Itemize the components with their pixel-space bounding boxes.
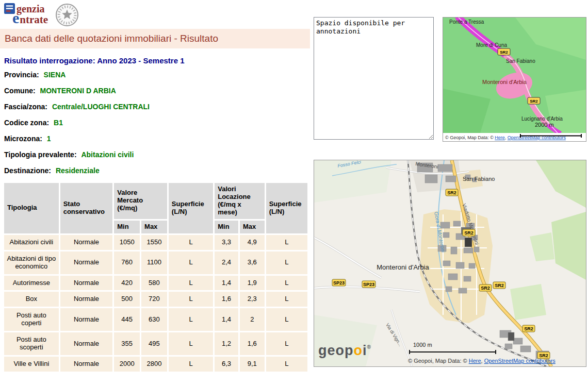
detail-map-canvas: Fosso Felci Monteroni San Fabiano Viadot… [314, 160, 586, 366]
cell-superficie-1: L [169, 251, 213, 274]
cell-vm-max: 630 [141, 308, 167, 331]
cell-vm-min: 760 [114, 251, 140, 274]
field-tipologia-prevalente: Tipologia prevalente: Abitazioni civili [4, 147, 310, 163]
left-panel: genzia e ntrate Banca dati delle quotazi… [0, 0, 310, 373]
cell-superficie-2: L [266, 332, 307, 355]
route-badge-sr2: SR2 [446, 189, 458, 196]
cell-tipologia: Posti auto coperti [4, 308, 59, 331]
detail-map: Fosso Felci Monteroni San Fabiano Viadot… [314, 160, 586, 367]
col-header-superficie-2: Superficie (L/N) [266, 183, 307, 233]
cell-vl-min: 6,3 [215, 357, 238, 372]
field-value: Abitazioni civili [81, 150, 134, 159]
col-header-superficie-1: Superficie (L/N) [169, 183, 213, 233]
col-header-stato: Stato conservativo [60, 183, 113, 233]
cell-vl-min: 1,4 [215, 308, 238, 331]
cell-superficie-2: L [266, 251, 307, 274]
field-label: Microzona: [4, 135, 42, 143]
field-value: MONTERONI D ARBIA [40, 87, 116, 95]
table-row: Posti auto scoperti Normale 355 495 L 1,… [4, 332, 307, 355]
cell-tipologia: Ville e Villini [4, 357, 59, 372]
route-badge-sr2: SR2 [528, 97, 540, 104]
field-label: Codice zona: [4, 119, 49, 127]
table-row: Box Normale 500 720 L 1,6 2,3 L [4, 292, 307, 307]
svg-text:SR2: SR2 [464, 230, 473, 236]
cell-vl-max: 2,3 [240, 292, 265, 307]
logo-text-line2: ntrate [20, 14, 48, 25]
map-label-ponte-a-tressa: Ponte a Tressa [449, 19, 484, 25]
route-badge-sp23: SP23 [332, 279, 346, 286]
cell-superficie-1: L [169, 235, 213, 250]
cell-vm-min: 420 [114, 276, 140, 291]
cell-vm-min: 2000 [114, 357, 140, 372]
col-header-vm-max: Max [141, 221, 167, 233]
cell-stato: Normale [60, 251, 113, 274]
cell-vm-max: 720 [141, 292, 167, 307]
cell-vl-max: 3,6 [240, 251, 265, 274]
osm-link[interactable]: OpenStreetMap contributors [484, 358, 556, 364]
cell-vl-min: 1,6 [215, 292, 238, 307]
result-fields: Provincia: SIENA Comune: MONTERONI D ARB… [0, 67, 310, 179]
field-label: Tipologia prevalente: [4, 150, 77, 159]
agenzia-entrate-logo: genzia e ntrate [0, 0, 310, 29]
route-badge-sr2: SR2 [493, 282, 505, 289]
col-header-tipologia: Tipologia [4, 183, 59, 233]
cell-vl-min: 1,4 [215, 276, 238, 291]
svg-text:SP23: SP23 [333, 280, 345, 286]
cell-superficie-1: L [169, 308, 213, 331]
cell-vm-min: 355 [114, 332, 140, 355]
field-fascia-zona: Fascia/zona: Centrale/LUOGHI CENTRALI [4, 99, 310, 115]
map-label-san-fabiano: San Fabiano [506, 58, 535, 64]
route-badge-sr2: SR2 [479, 284, 492, 291]
col-header-vl-max: Max [240, 221, 265, 233]
field-value: 1 [47, 135, 51, 143]
cell-superficie-1: L [169, 292, 213, 307]
svg-text:SP23: SP23 [363, 282, 374, 287]
cell-vl-min: 2,4 [215, 251, 238, 274]
geopoi-logo: geopoi® [318, 343, 371, 358]
table-row: Abitazioni civili Normale 1050 1550 L 3,… [4, 235, 307, 250]
cell-stato: Normale [60, 308, 113, 331]
cell-vm-max: 1550 [141, 235, 167, 250]
cell-vl-max: 1,9 [240, 276, 265, 291]
cell-superficie-2: L [266, 292, 307, 307]
field-value: Centrale/LUOGHI CENTRALI [52, 103, 150, 111]
field-microzona: Microzona: 1 [4, 131, 310, 147]
map-label-lucignano-darbia: Lucignano d'Arbia [521, 116, 563, 122]
cell-superficie-2: L [266, 235, 307, 250]
overview-map-canvas: Ponte a Tressa More di Cuna San Fabiano … [443, 18, 586, 141]
col-header-valori-locazione: Valori Locazione (€/mq x mese) [215, 183, 264, 219]
map-label-san-fabiano: San Fabiano [463, 176, 495, 182]
cell-vm-min: 445 [114, 308, 140, 331]
field-destinazione: Destinazione: Residenziale [4, 163, 310, 179]
cell-superficie-1: L [169, 357, 213, 372]
svg-text:SR2: SR2 [524, 326, 533, 331]
page: genzia e ntrate Banca dati delle quotazi… [0, 0, 588, 386]
table-row: Autorimesse Normale 420 580 L 1,4 1,9 L [4, 276, 307, 291]
field-value: SIENA [44, 71, 66, 79]
field-label: Destinazione: [4, 166, 51, 175]
cell-vl-min: 3,3 [215, 235, 238, 250]
cell-tipologia: Box [4, 292, 59, 307]
overview-map: Ponte a Tressa More di Cuna San Fabiano … [443, 17, 586, 142]
annotations-textarea[interactable]: Spazio disponibile per annotazioni [314, 17, 434, 140]
cell-superficie-2: L [266, 276, 307, 291]
cell-stato: Normale [60, 276, 113, 291]
page-title: Banca dati delle quotazioni immobiliari … [0, 29, 310, 48]
svg-text:SR2: SR2 [481, 286, 490, 291]
field-codice-zona: Codice zona: B1 [4, 115, 310, 131]
here-link[interactable]: Here [469, 358, 481, 364]
cell-vm-min: 1050 [114, 235, 140, 250]
logo-wordmark: genzia e ntrate [4, 3, 48, 25]
cell-superficie-2: L [266, 357, 307, 372]
cell-superficie-2: L [266, 308, 307, 331]
map-label-monteroni-darbia: Monteroni d'Arbia [377, 263, 429, 271]
cell-vm-max: 580 [141, 276, 167, 291]
svg-text:SR2: SR2 [495, 283, 504, 288]
cell-vm-max: 2800 [141, 357, 167, 372]
here-link[interactable]: Here [495, 135, 505, 140]
table-row: Ville e Villini Normale 2000 2800 L 6,3 … [4, 357, 307, 372]
logo-text-line1: genzia [17, 4, 44, 14]
cell-tipologia: Posti auto scoperti [4, 332, 59, 355]
cell-vm-max: 1100 [141, 251, 167, 274]
route-badge-sr2: SR2 [522, 325, 535, 332]
